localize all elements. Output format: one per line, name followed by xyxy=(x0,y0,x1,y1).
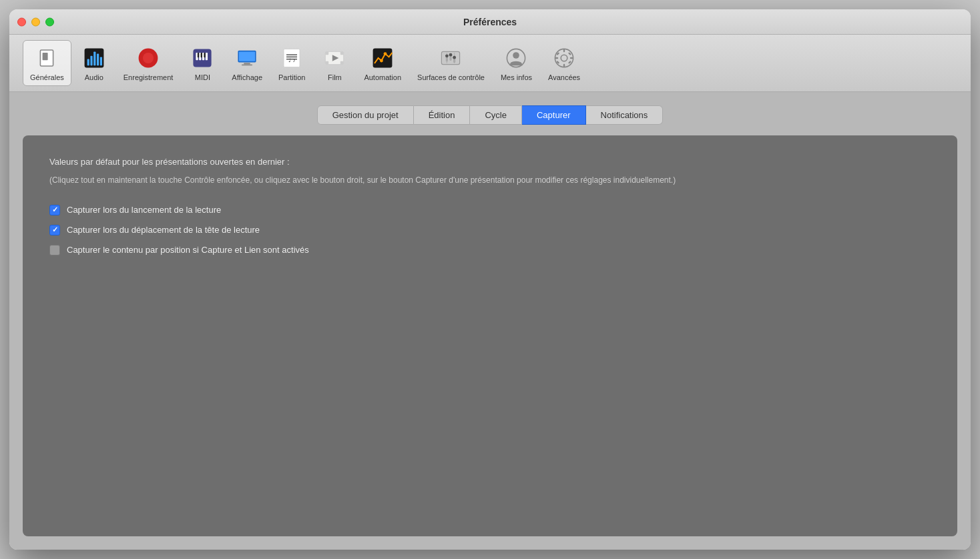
svg-rect-49 xyxy=(563,49,565,52)
svg-point-42 xyxy=(445,54,449,57)
mesinfos-label: Mes infos xyxy=(501,73,532,81)
tab-capturer[interactable]: Capturer xyxy=(522,105,586,125)
svg-point-44 xyxy=(453,56,457,59)
audio-icon xyxy=(81,45,107,71)
checkbox-2-label[interactable]: Capturer lors du déplacement de la tête … xyxy=(67,225,260,235)
checkbox-3-label[interactable]: Capturer le contenu par position si Capt… xyxy=(67,245,309,255)
generales-label: Générales xyxy=(30,73,64,81)
enregistrement-label: Enregistrement xyxy=(124,73,174,81)
tab-cycle[interactable]: Cycle xyxy=(470,105,522,125)
svg-rect-4 xyxy=(90,56,92,65)
toolbar-item-affichage[interactable]: Affichage xyxy=(225,41,269,85)
checkbox-row-3: Capturer le contenu par position si Capt… xyxy=(49,245,931,255)
svg-rect-21 xyxy=(242,65,252,66)
score-icon: ♩ ♪ xyxy=(278,45,305,71)
toolbar-item-partition[interactable]: ♩ ♪ Partition xyxy=(272,41,312,85)
minimize-button[interactable] xyxy=(31,17,40,26)
surfaces-icon xyxy=(437,45,464,71)
svg-rect-29 xyxy=(340,51,344,55)
tab-edition[interactable]: Édition xyxy=(414,105,471,125)
toolbar-item-surfaces[interactable]: Surfaces de contrôle xyxy=(411,41,491,85)
avancees-label: Avancées xyxy=(548,73,580,81)
svg-point-46 xyxy=(513,52,520,59)
toolbar-item-enregistrement[interactable]: Enregistrement xyxy=(117,41,180,85)
film-icon xyxy=(321,45,348,71)
checkbox-2-container[interactable] xyxy=(49,225,60,235)
panel-subdescription: (Cliquez tout en maintenant la touche Co… xyxy=(49,174,931,186)
person-icon xyxy=(503,45,529,71)
toolbar-item-midi[interactable]: MIDI xyxy=(182,41,222,85)
midi-label: MIDI xyxy=(195,73,210,81)
svg-point-9 xyxy=(143,53,154,63)
svg-rect-17 xyxy=(204,53,206,57)
window-title: Préférences xyxy=(463,17,517,27)
svg-rect-5 xyxy=(93,51,95,65)
svg-rect-16 xyxy=(201,53,202,57)
svg-rect-3 xyxy=(87,59,89,66)
svg-rect-31 xyxy=(340,61,344,65)
svg-point-48 xyxy=(561,55,567,61)
svg-rect-14 xyxy=(206,53,208,60)
display-icon xyxy=(234,45,260,71)
settings-panel: Valeurs par défaut pour les présentation… xyxy=(23,135,957,536)
svg-rect-6 xyxy=(97,54,99,66)
svg-rect-20 xyxy=(244,63,250,64)
svg-text:♩ ♪: ♩ ♪ xyxy=(288,57,295,63)
checkbox-row-2: Capturer lors du déplacement de la tête … xyxy=(49,225,931,235)
automation-icon xyxy=(369,45,396,71)
svg-rect-50 xyxy=(563,64,565,67)
film-label: Film xyxy=(328,73,342,81)
titlebar: Préférences xyxy=(9,9,971,35)
traffic-lights xyxy=(17,17,54,26)
tab-notifications[interactable]: Notifications xyxy=(586,105,664,125)
affichage-label: Affichage xyxy=(232,73,262,81)
toolbar-item-automation[interactable]: Automation xyxy=(357,41,408,85)
panel-description: Valeurs par défaut pour les présentation… xyxy=(49,155,931,169)
svg-rect-7 xyxy=(100,57,102,65)
sub-tabs: Gestion du projet Édition Cycle Capturer… xyxy=(317,105,664,125)
main-content: Gestion du projet Édition Cycle Capturer… xyxy=(9,92,971,550)
checkbox-1-container[interactable] xyxy=(49,205,60,215)
record-icon xyxy=(135,45,162,71)
checkbox-row-1: Capturer lors du lancement de la lecture xyxy=(49,205,931,215)
tab-gestion[interactable]: Gestion du projet xyxy=(317,105,414,125)
surfaces-label: Surfaces de contrôle xyxy=(417,73,485,81)
maximize-button[interactable] xyxy=(45,17,54,26)
toolbar-item-mesinfos[interactable]: Mes infos xyxy=(494,41,539,85)
svg-rect-52 xyxy=(570,57,573,59)
svg-rect-19 xyxy=(239,51,255,61)
svg-rect-1 xyxy=(43,53,48,60)
partition-label: Partition xyxy=(278,73,305,81)
checkbox-1-label[interactable]: Capturer lors du lancement de la lecture xyxy=(67,205,221,215)
audio-label: Audio xyxy=(85,73,103,81)
preferences-window: Préférences Générales xyxy=(9,9,971,550)
svg-point-43 xyxy=(449,53,453,57)
toolbar-item-film[interactable]: Film xyxy=(314,41,354,85)
svg-point-35 xyxy=(384,52,387,55)
svg-point-34 xyxy=(380,59,383,63)
toolbar-item-audio[interactable]: Audio xyxy=(74,41,114,85)
midi-icon xyxy=(189,45,216,71)
close-button[interactable] xyxy=(17,17,26,26)
checkbox-3-container[interactable] xyxy=(49,245,60,255)
svg-rect-30 xyxy=(326,61,329,65)
svg-rect-15 xyxy=(198,53,199,57)
general-icon xyxy=(33,45,60,71)
toolbar-item-generales[interactable]: Générales xyxy=(23,40,71,86)
toolbar: Générales Audio xyxy=(9,35,971,92)
toolbar-item-avancees[interactable]: Avancées xyxy=(541,41,587,85)
gear-icon xyxy=(551,45,577,71)
automation-label: Automation xyxy=(364,73,401,81)
svg-rect-51 xyxy=(555,57,558,59)
svg-rect-28 xyxy=(326,51,329,55)
